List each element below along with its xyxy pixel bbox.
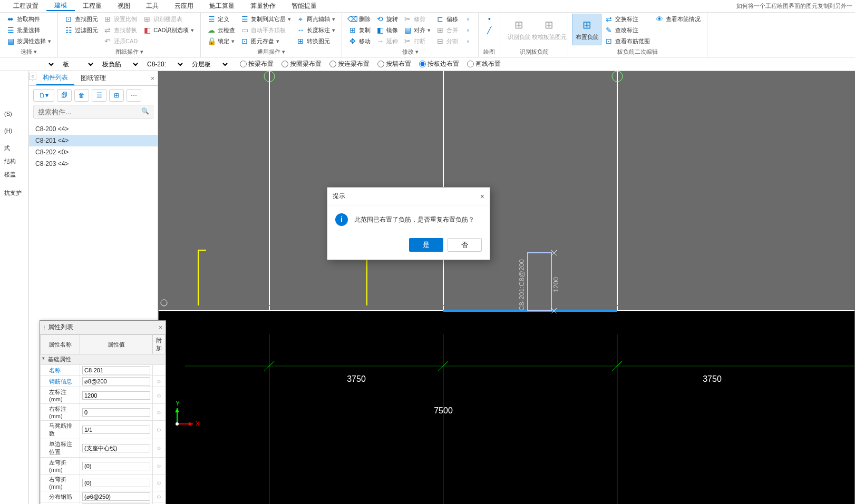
- info-icon: i: [335, 213, 348, 226]
- dialog-overlay: 提示 × i 此范围已布置了负筋，是否重复布置负筋？ 是 否: [0, 0, 855, 504]
- no-button[interactable]: 否: [448, 238, 482, 252]
- dialog-title: 提示: [333, 192, 345, 201]
- dialog-message: 此范围已布置了负筋，是否重复布置负筋？: [354, 215, 474, 224]
- yes-button[interactable]: 是: [409, 238, 443, 252]
- dialog-close-button[interactable]: ×: [480, 192, 484, 201]
- confirm-dialog: 提示 × i 此范围已布置了负筋，是否重复布置负筋？ 是 否: [327, 187, 490, 260]
